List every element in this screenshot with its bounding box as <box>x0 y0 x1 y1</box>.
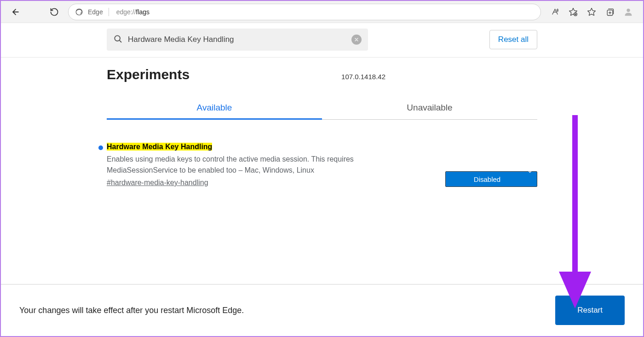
edge-logo-icon <box>75 8 83 16</box>
add-favorite-icon[interactable] <box>565 4 581 20</box>
flags-body: Hardware Media Key Handling Enables usin… <box>1 120 643 284</box>
tab-unavailable[interactable]: Unavailable <box>322 96 537 119</box>
flag-select-wrap: Disabled <box>445 157 537 187</box>
flags-search[interactable] <box>107 29 368 51</box>
svg-point-6 <box>115 35 120 41</box>
url-prefix: edge:// <box>116 8 136 16</box>
flag-description: Enables using media keys to control the … <box>107 154 383 176</box>
profile-icon[interactable] <box>620 4 637 20</box>
url-path: flags <box>136 8 150 16</box>
svg-point-5 <box>627 8 630 12</box>
browser-toolbar: Edge edge://flags <box>1 1 643 23</box>
restart-button[interactable]: Restart <box>555 296 625 325</box>
collections-icon[interactable] <box>602 4 618 20</box>
flags-search-input[interactable] <box>128 35 346 44</box>
restart-message: Your changes will take effect after you … <box>19 306 244 315</box>
flags-header: Reset all <box>1 23 643 58</box>
back-button[interactable] <box>7 4 24 20</box>
flag-title: Hardware Media Key Handling <box>107 143 212 151</box>
clear-search-button[interactable] <box>351 35 362 45</box>
page-content: Reset all Experiments 107.0.1418.42 Avai… <box>1 23 643 336</box>
svg-marker-3 <box>588 8 596 15</box>
address-label: Edge <box>88 8 103 16</box>
version-label: 107.0.1418.42 <box>341 73 385 81</box>
search-icon <box>113 34 122 45</box>
reset-all-button[interactable]: Reset all <box>489 30 537 49</box>
flag-state-select[interactable]: Disabled <box>445 171 537 187</box>
tab-available[interactable]: Available <box>107 96 322 119</box>
favorites-icon[interactable] <box>583 4 600 20</box>
address-bar[interactable]: Edge edge://flags <box>68 4 541 20</box>
svg-point-0 <box>76 9 82 15</box>
flags-tabs: Available Unavailable <box>107 96 537 120</box>
title-row: Experiments 107.0.1418.42 <box>1 58 643 82</box>
toolbar-right <box>546 4 637 20</box>
restart-bar: Your changes will take effect after you … <box>1 284 643 336</box>
flag-main: Hardware Media Key Handling Enables usin… <box>107 143 427 187</box>
flag-item: Hardware Media Key Handling Enables usin… <box>107 143 537 187</box>
read-aloud-icon[interactable] <box>546 4 563 20</box>
modified-indicator-icon <box>98 145 103 150</box>
refresh-button[interactable] <box>46 4 63 20</box>
flag-anchor-link[interactable]: #hardware-media-key-handling <box>107 179 427 187</box>
address-url: edge://flags <box>116 8 150 16</box>
page-title: Experiments <box>107 67 190 82</box>
address-separator <box>109 8 109 16</box>
